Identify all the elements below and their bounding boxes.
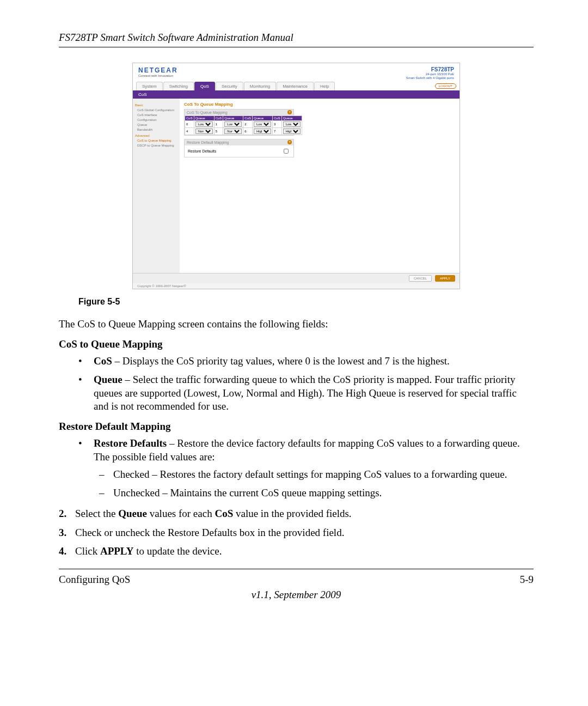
cos-mapping-panel: CoS To Queue Mapping ? CoS Queue CoS Que…: [184, 109, 294, 136]
bullet-restore: Restore Defaults – Restore the device fa…: [94, 437, 534, 500]
bullet-list-1: CoS – Displays the CoS priority tag valu…: [59, 355, 534, 413]
step-list: 2. Select the Queue values for each CoS …: [59, 507, 534, 558]
step-number: 4.: [59, 545, 66, 558]
screenshot: NETGEAR Connect with Innovation FS728TP …: [132, 63, 460, 289]
queue-select-6[interactable]: High: [254, 129, 271, 134]
section-restore-default: Restore Default Mapping: [59, 421, 534, 433]
model-info: FS728TP 24-port 10/100 PoE Smart Switch …: [406, 66, 454, 80]
restore-panel: Restore Default Mapping ? Restore Defaul…: [184, 139, 294, 157]
queue-select-2[interactable]: Lowest: [254, 121, 271, 127]
step-number: 3.: [59, 526, 66, 539]
sidebar-group-basic[interactable]: Basic: [135, 103, 177, 108]
tab-security[interactable]: Security: [216, 82, 243, 90]
sidebar-item-dscp-to-queue[interactable]: DSCP to Queue Mapping: [135, 143, 177, 148]
help-icon[interactable]: ?: [287, 110, 292, 114]
doc-footer: Configuring QoS 5-9: [59, 569, 534, 586]
step-3: 3. Check or uncheck the Restore Defaults…: [59, 526, 534, 539]
cos-value: 3: [273, 121, 282, 128]
step3-text: Check or uncheck the Restore Defaults bo…: [75, 527, 344, 538]
th-queue: Queue: [253, 116, 273, 121]
dash-list: Checked – Restores the factory default s…: [94, 468, 534, 500]
cos-value: 4: [185, 128, 194, 135]
step4-pre: Click: [75, 545, 100, 557]
queue-select-1[interactable]: Lowest: [224, 121, 242, 127]
tab-maintenance[interactable]: Maintenance: [277, 82, 314, 90]
sidebar-item-cos-to-queue[interactable]: CoS to Queue Mapping: [135, 138, 177, 143]
sidebar-item-cos-interface[interactable]: CoS Interface Configuration: [135, 113, 177, 123]
queue-select-5[interactable]: Normal: [224, 129, 242, 134]
tab-help[interactable]: Help: [314, 82, 335, 90]
intro-paragraph: The CoS to Queue Mapping screen contains…: [59, 318, 534, 331]
cos-label: CoS: [94, 355, 112, 367]
cos-value: 1: [214, 121, 223, 128]
tab-monitoring[interactable]: Monitoring: [244, 82, 276, 90]
queue-text: – Select the traffic forwarding queue to…: [94, 374, 517, 412]
restore-defaults-checkbox[interactable]: [284, 149, 289, 154]
content-area: CoS To Queue Mapping CoS To Queue Mappin…: [180, 99, 460, 273]
cos-value: 2: [243, 121, 253, 128]
queue-select-4[interactable]: Normal: [195, 129, 213, 134]
step4-apply: APPLY: [100, 545, 134, 557]
tab-qos[interactable]: QoS: [194, 82, 215, 90]
restore-label: Restore Defaults: [94, 437, 167, 449]
step4-post: to update the device.: [134, 545, 222, 557]
th-cos: CoS: [214, 116, 223, 121]
step-2: 2. Select the Queue values for each CoS …: [59, 507, 534, 520]
restore-panel-head: Restore Default Mapping ?: [185, 139, 293, 145]
step2-post: value in the provided fields.: [233, 508, 351, 519]
restore-panel-title: Restore Default Mapping: [187, 141, 229, 144]
step2-queue: Queue: [118, 508, 147, 519]
step2-mid: values for each: [147, 508, 215, 519]
main-nav: System Switching QoS Security Monitoring…: [133, 82, 460, 90]
th-cos: CoS: [185, 116, 194, 121]
sidebar-item-cos-global[interactable]: CoS Global Configuration: [135, 108, 177, 113]
queue-select-3[interactable]: Low: [283, 121, 301, 127]
step2-pre: Select the: [75, 508, 118, 519]
table-row: 0 Low 1 Lowest 2 Lowest 3 Low: [185, 121, 302, 128]
sidebar: Basic CoS Global Configuration CoS Inter…: [133, 99, 180, 273]
tab-switching[interactable]: Switching: [163, 82, 194, 90]
restore-defaults-label: Restore Defaults: [188, 149, 216, 153]
cos-table: CoS Queue CoS Queue CoS Queue CoS Queue …: [185, 115, 302, 135]
cos-mapping-panel-head: CoS To Queue Mapping ?: [185, 109, 293, 115]
model-line1: 24-port 10/100 PoE: [406, 72, 454, 76]
cos-value: 0: [185, 121, 194, 128]
section-cos-to-queue: CoS to Queue Mapping: [59, 338, 534, 350]
step-4: 4. Click APPLY to update the device.: [59, 545, 534, 558]
bullet-queue: Queue – Select the traffic forwarding qu…: [94, 373, 534, 413]
queue-select-7[interactable]: High: [283, 129, 301, 134]
model-name: FS728TP: [406, 66, 454, 72]
sidebar-item-queue[interactable]: Queue: [135, 123, 177, 127]
sidebar-item-bandwidth[interactable]: Bandwidth: [135, 127, 177, 132]
page-title: CoS To Queue Mapping: [184, 102, 455, 107]
sidebar-group-advanced[interactable]: Advanced: [135, 133, 177, 138]
footer-left: Configuring QoS: [59, 574, 130, 586]
cos-value: 5: [214, 128, 223, 135]
table-row: 4 Normal 5 Normal 6 High 7 High: [185, 128, 302, 135]
figure-caption: Figure 5-5: [78, 297, 534, 307]
cos-value: 6: [243, 128, 253, 135]
brand-bar: NETGEAR Connect with Innovation FS728TP …: [133, 63, 460, 82]
th-queue: Queue: [194, 116, 214, 121]
tab-system[interactable]: System: [136, 82, 163, 90]
help-icon[interactable]: ?: [287, 140, 292, 144]
brand-tagline: Connect with Innovation: [138, 74, 178, 77]
th-cos: CoS: [243, 116, 253, 121]
copyright-text: Copyright © 1996-2007 Netgear®: [133, 283, 460, 289]
dash-checked: Checked – Restores the factory default s…: [113, 468, 534, 481]
queue-select-0[interactable]: Low: [195, 121, 213, 127]
th-queue: Queue: [223, 116, 243, 121]
step-number: 2.: [59, 507, 66, 520]
cos-mapping-panel-title: CoS To Queue Mapping: [187, 111, 228, 114]
sub-nav-cos[interactable]: CoS: [133, 90, 460, 99]
th-cos: CoS: [273, 116, 282, 121]
brand-logo: NETGEAR: [138, 66, 178, 74]
apply-button[interactable]: APPLY: [435, 275, 455, 282]
footer-bar: CANCEL APPLY: [133, 273, 460, 283]
logout-button[interactable]: LOGOUT: [435, 83, 456, 89]
step2-cos: CoS: [215, 508, 233, 519]
dash-unchecked: Unchecked – Maintains the current CoS qu…: [113, 486, 534, 500]
model-line2: Smart Switch with 4 Gigabit ports: [406, 76, 454, 80]
th-queue: Queue: [281, 116, 302, 121]
cancel-button[interactable]: CANCEL: [409, 275, 432, 282]
